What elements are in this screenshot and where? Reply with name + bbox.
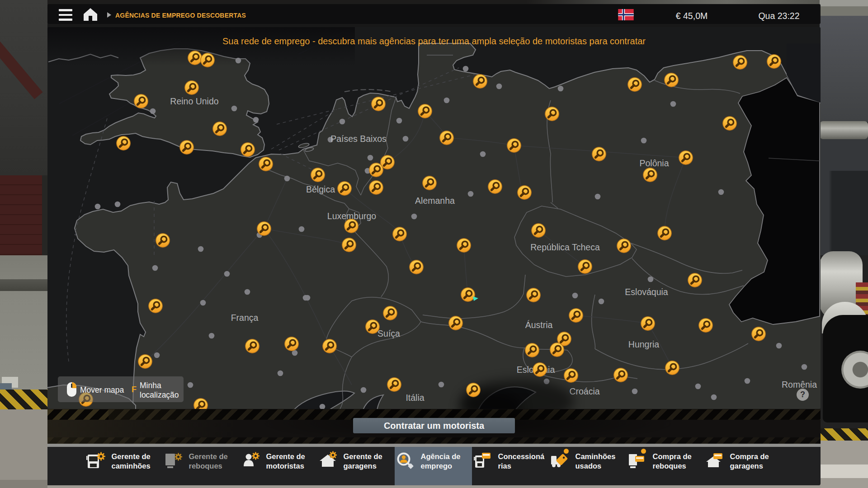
svg-text:Croácia: Croácia [569, 386, 599, 396]
svg-text:Eslováquia: Eslováquia [625, 287, 668, 297]
svg-text:Bélgica: Bélgica [306, 184, 335, 194]
svg-text:Países Baixos: Países Baixos [330, 134, 387, 144]
svg-text:Romênia: Romênia [782, 380, 817, 389]
svg-text:Alemanha: Alemanha [415, 196, 455, 206]
svg-text:República Tcheca: República Tcheca [530, 242, 600, 252]
svg-text:França: França [231, 313, 259, 323]
svg-text:Áustria: Áustria [525, 320, 553, 330]
svg-text:Hungria: Hungria [628, 339, 659, 349]
svg-text:Itália: Itália [406, 393, 424, 403]
svg-text:Reino Unido: Reino Unido [170, 96, 218, 106]
svg-text:Polônia: Polônia [639, 158, 669, 168]
svg-text:Suíça: Suíça [377, 328, 400, 338]
